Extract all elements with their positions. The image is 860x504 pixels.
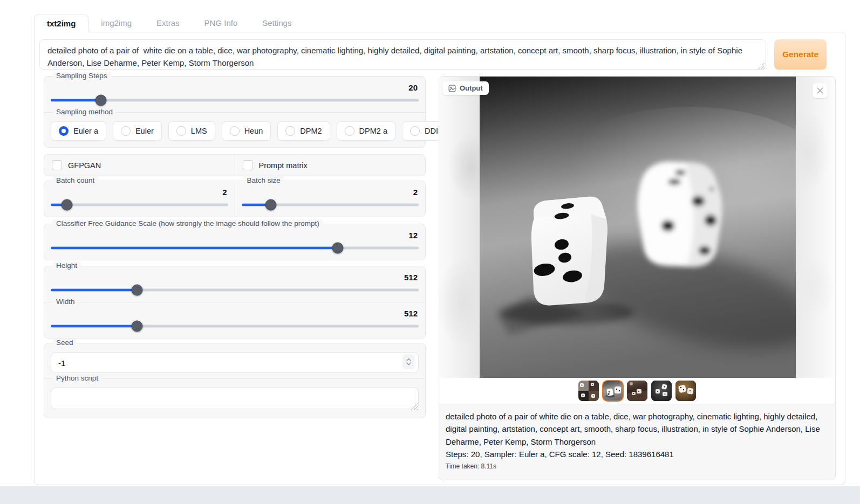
caption-prompt: detailed photo of a pair of white die on… — [446, 410, 829, 448]
tab-img2img[interactable]: img2img — [88, 15, 144, 32]
tab-settings[interactable]: Settings — [250, 15, 304, 32]
gfpgan-label: GFPGAN — [68, 161, 101, 170]
option-label: DPM2 — [300, 127, 322, 135]
cfg-scale-slider[interactable] — [51, 242, 419, 253]
slider-track[interactable] — [51, 288, 419, 291]
height-slider[interactable] — [51, 284, 419, 295]
gallery-thumbnail-5[interactable] — [675, 381, 696, 401]
prompt-matrix-col: Prompt matrix — [235, 155, 426, 176]
sampling-steps-label: Sampling Steps — [53, 72, 111, 80]
output-panel: Output — [439, 76, 836, 480]
slider-thumb[interactable] — [95, 94, 107, 106]
radio-icon — [176, 126, 186, 136]
slider-track[interactable] — [51, 203, 228, 206]
cfg-scale-value: 12 — [51, 231, 418, 240]
slider-thumb[interactable] — [61, 199, 72, 210]
output-preview: Output — [439, 77, 835, 378]
radio-selected-icon — [59, 126, 69, 136]
preview-backdrop-right — [795, 77, 835, 378]
gallery-thumbnail-2-selected[interactable] — [603, 381, 623, 401]
sampling-steps-value: 20 — [51, 83, 418, 92]
tab-png-info[interactable]: PNG Info — [192, 15, 250, 32]
batch-size-col: Batch size 2 — [235, 181, 426, 217]
batch-size-value: 2 — [242, 188, 418, 197]
generate-button[interactable]: Generate — [774, 39, 827, 70]
page-footer-strip — [0, 486, 860, 504]
output-label: Output — [442, 81, 489, 95]
batch-count-field: Batch count 2 — [44, 181, 235, 217]
gallery-thumbnail-3[interactable] — [627, 381, 647, 401]
batch-count-value: 2 — [51, 188, 227, 197]
radio-icon — [285, 126, 295, 136]
seed-stepper[interactable] — [402, 354, 414, 369]
sampling-group: Sampling Steps 20 Sampling method Euler … — [44, 76, 426, 148]
slider-track[interactable] — [51, 325, 419, 327]
sampling-method-label: Sampling method — [53, 108, 116, 116]
height-label: Height — [53, 261, 80, 270]
slider-thumb[interactable] — [332, 242, 343, 253]
sampling-option-dpm2[interactable]: DPM2 — [277, 121, 330, 141]
sampling-option-euler-a[interactable]: Euler a — [51, 121, 106, 141]
option-label: Euler — [135, 127, 154, 135]
batch-group: Batch count 2 Batch size 2 — [44, 181, 426, 217]
checkbox-icon — [243, 160, 253, 170]
slider-track[interactable] — [51, 246, 419, 249]
python-script-input[interactable] — [51, 388, 419, 409]
gallery-thumbnail-4[interactable] — [651, 381, 672, 401]
tab-bar: txt2img img2img Extras PNG Info Settings — [34, 15, 845, 32]
batch-count-label: Batch count — [53, 176, 98, 184]
python-script-field: Python script — [44, 378, 425, 418]
toggles-group: GFPGAN Prompt matrix — [44, 154, 426, 176]
checkbox-icon — [52, 160, 62, 170]
prompt-input[interactable]: detailed photo of a pair of white die on… — [39, 39, 766, 70]
cfg-scale-field: Classifier Free Guidance Scale (how stro… — [44, 224, 425, 260]
tab-extras[interactable]: Extras — [144, 15, 192, 32]
size-group: Height 512 Width 512 — [44, 266, 426, 339]
seed-script-group: Seed Python script — [44, 343, 426, 418]
batch-count-slider[interactable] — [51, 199, 228, 210]
width-value: 512 — [51, 309, 418, 318]
cfg-scale-label: Classifier Free Guidance Scale (how stro… — [53, 219, 323, 227]
height-value: 512 — [51, 273, 418, 282]
batch-count-col: Batch count 2 — [44, 181, 235, 217]
close-icon — [817, 87, 823, 94]
sampling-option-dpm2-a[interactable]: DPM2 a — [337, 121, 395, 141]
sampling-option-lms[interactable]: LMS — [168, 121, 215, 141]
generated-image[interactable] — [480, 77, 796, 378]
image-icon — [448, 85, 456, 92]
output-label-text: Output — [460, 84, 483, 92]
sampling-option-heun[interactable]: Heun — [222, 121, 271, 141]
cfg-group: Classifier Free Guidance Scale (how stro… — [44, 224, 426, 260]
sampling-steps-slider[interactable] — [51, 94, 419, 106]
tab-txt2img[interactable]: txt2img — [34, 15, 88, 32]
preview-backdrop-left — [439, 77, 480, 378]
chevron-up-icon — [406, 358, 411, 361]
sampling-option-euler[interactable]: Euler — [113, 121, 162, 141]
slider-thumb[interactable] — [265, 199, 276, 210]
gallery-thumbnail-1[interactable] — [578, 381, 599, 401]
radio-icon — [345, 126, 354, 136]
slider-thumb[interactable] — [132, 320, 143, 332]
close-gallery-button[interactable] — [813, 83, 828, 98]
slider-thumb[interactable] — [132, 284, 143, 295]
caption-time: Time taken: 8.11s — [446, 462, 829, 470]
prompt-matrix-label: Prompt matrix — [259, 161, 308, 170]
settings-column: Sampling Steps 20 Sampling method Euler … — [44, 76, 426, 418]
txt2img-panel: detailed photo of a pair of white die on… — [34, 32, 845, 485]
generation-info: detailed photo of a pair of white die on… — [439, 404, 835, 480]
gfpgan-checkbox-row[interactable]: GFPGAN — [44, 155, 235, 176]
prompt-matrix-checkbox-row[interactable]: Prompt matrix — [235, 155, 426, 176]
height-field: Height 512 — [44, 266, 425, 302]
width-field: Width 512 — [44, 302, 425, 338]
app-window: txt2img img2img Extras PNG Info Settings… — [34, 15, 845, 485]
python-script-label: Python script — [53, 374, 101, 382]
batch-size-slider[interactable] — [242, 199, 419, 210]
sampling-steps-field: Sampling Steps 20 — [44, 77, 425, 112]
batch-size-field: Batch size 2 — [235, 181, 426, 217]
radio-icon — [410, 126, 420, 136]
batch-size-label: Batch size — [244, 176, 284, 184]
sampling-method-field: Sampling method Euler a Euler LMS — [44, 112, 425, 147]
width-slider[interactable] — [51, 320, 419, 332]
option-label: LMS — [191, 127, 207, 135]
seed-input[interactable] — [51, 353, 419, 373]
